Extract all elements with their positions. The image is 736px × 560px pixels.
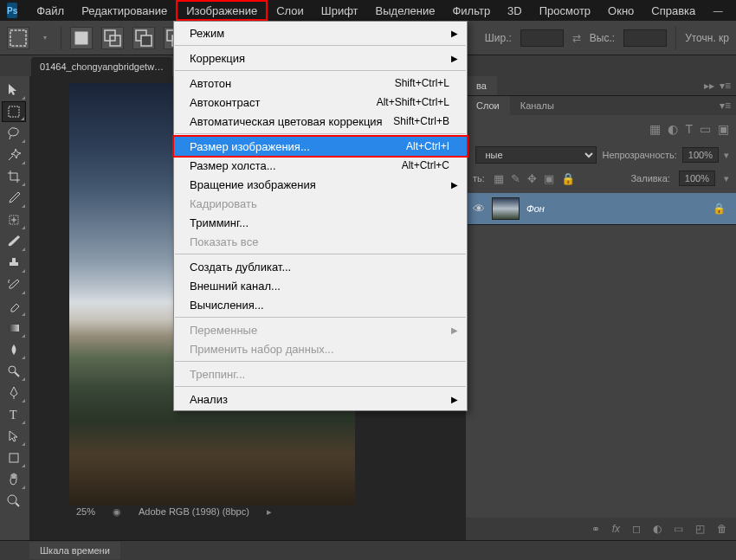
chevron-right-icon[interactable]: ▸ (267, 506, 272, 518)
globe-icon[interactable]: ◉ (113, 506, 121, 518)
menu-separator (175, 133, 466, 134)
minimize-button[interactable]: — (704, 1, 732, 20)
preset-dropdown-icon[interactable]: ▾ (38, 27, 52, 49)
gradient-tool-icon[interactable] (2, 318, 26, 338)
hand-tool-icon[interactable] (2, 469, 26, 490)
collapse-icon[interactable]: ▸▸ (704, 80, 714, 92)
menu-item[interactable]: Коррекция▶ (174, 48, 467, 68)
path-selection-tool-icon[interactable] (2, 426, 26, 447)
menu-separator (175, 361, 466, 362)
chevron-down-icon[interactable]: ▾ (724, 150, 729, 161)
lasso-tool-icon[interactable] (2, 123, 26, 144)
menu-item[interactable]: АвтотонShift+Ctrl+L (174, 74, 467, 93)
marquee-preset-icon[interactable] (7, 27, 29, 49)
tab-channels[interactable]: Каналы (510, 96, 565, 115)
menu-изображение[interactable]: Изображение (176, 0, 268, 21)
menu-item[interactable]: Размер холста...Alt+Ctrl+C (174, 156, 467, 175)
layer-name[interactable]: Фон (526, 203, 706, 214)
height-input[interactable] (623, 29, 667, 47)
filter-type-icon[interactable]: T (685, 122, 693, 136)
history-brush-tool-icon[interactable] (2, 274, 26, 295)
menu-шрифт[interactable]: Шрифт (313, 0, 367, 21)
stamp-tool-icon[interactable] (2, 253, 26, 274)
opacity-value[interactable]: 100% (682, 147, 719, 163)
dodge-tool-icon[interactable] (2, 361, 26, 382)
lock-pixels-icon[interactable]: ▦ (494, 172, 504, 185)
filter-adjust-icon[interactable]: ◐ (668, 122, 678, 136)
lock-icon[interactable]: 🔒 (713, 203, 726, 215)
menu-item[interactable]: АвтоконтрастAlt+Shift+Ctrl+L (174, 93, 467, 112)
refine-edge-label[interactable]: Уточн. кр (685, 32, 729, 44)
menu-3d[interactable]: 3D (499, 0, 531, 21)
panel-menu-icon[interactable]: ▾≡ (720, 100, 731, 112)
crop-tool-icon[interactable] (2, 166, 26, 187)
color-profile[interactable]: Adobe RGB (1998) (8bpc) (139, 506, 249, 517)
menu-item[interactable]: Тримминг... (174, 213, 467, 232)
height-label: Выс.: (590, 32, 615, 44)
document-tab[interactable]: 01464_chongyangbridgetw… (31, 57, 172, 76)
swap-icon[interactable]: ⇄ (572, 32, 581, 44)
healing-tool-icon[interactable] (2, 209, 26, 230)
layer-thumbnail[interactable] (492, 197, 520, 220)
trash-icon[interactable]: 🗑 (717, 523, 727, 535)
menu-редактирование[interactable]: Редактирование (73, 0, 176, 21)
magic-wand-tool-icon[interactable] (2, 145, 26, 165)
move-tool-icon[interactable] (2, 80, 26, 100)
menu-item[interactable]: Внешний канал... (174, 276, 467, 295)
filter-shape-icon[interactable]: ▭ (700, 122, 711, 136)
chevron-down-icon[interactable]: ▾ (724, 173, 729, 184)
lock-artboard-icon[interactable]: ▣ (544, 172, 554, 185)
layer-item-background[interactable]: 👁 Фон 🔒 (466, 193, 736, 224)
menu-справка[interactable]: Справка (642, 0, 704, 21)
fx-icon[interactable]: fx (612, 523, 620, 535)
menu-item[interactable]: Автоматическая цветовая коррекцияShift+C… (174, 112, 467, 131)
type-tool-icon[interactable]: T (2, 404, 26, 425)
lock-brush-icon[interactable]: ✎ (511, 172, 520, 185)
adjustment-icon[interactable]: ◐ (653, 523, 662, 535)
panel-tab[interactable]: ва (466, 76, 497, 95)
layer-filter-icons[interactable]: ▦ ◐ T ▭ ▣ (649, 122, 729, 136)
width-input[interactable] (520, 29, 564, 47)
pen-tool-icon[interactable] (2, 383, 26, 403)
brush-tool-icon[interactable] (2, 231, 26, 252)
menu-item[interactable]: Создать дубликат... (174, 257, 467, 276)
panel-menu-icon[interactable]: ▾≡ (720, 80, 731, 92)
menu-item[interactable]: Режим▶ (174, 23, 467, 42)
fill-value[interactable]: 100% (679, 171, 715, 186)
group-icon[interactable]: ▭ (674, 523, 683, 535)
lock-position-icon[interactable]: ✥ (527, 172, 537, 185)
menu-item[interactable]: Вычисления... (174, 295, 467, 314)
selection-subtract-icon[interactable] (132, 27, 155, 49)
menu-фильтр[interactable]: Фильтр (443, 0, 499, 21)
zoom-level[interactable]: 25% (76, 506, 95, 517)
menu-item: Треппинг... (174, 364, 467, 383)
maximize-button[interactable]: ▭ (732, 1, 736, 20)
menu-item[interactable]: Вращение изображения▶ (174, 175, 467, 194)
filter-image-icon[interactable]: ▦ (649, 122, 661, 136)
menu-item[interactable]: Анализ▶ (174, 389, 467, 409)
tab-layers[interactable]: Слои (466, 96, 510, 115)
menu-separator (175, 45, 466, 46)
menu-просмотр[interactable]: Просмотр (531, 0, 599, 21)
zoom-tool-icon[interactable] (2, 491, 26, 512)
blur-tool-icon[interactable] (2, 339, 26, 360)
menu-выделение[interactable]: Выделение (367, 0, 444, 21)
menu-слои[interactable]: Слои (268, 0, 313, 21)
mask-icon[interactable]: ◻ (632, 523, 641, 535)
timeline-tab[interactable]: Шкала времени (29, 542, 120, 559)
shape-tool-icon[interactable] (2, 447, 26, 468)
blend-mode-select[interactable]: ные (475, 146, 597, 164)
selection-add-icon[interactable] (101, 27, 124, 49)
filter-smart-icon[interactable]: ▣ (718, 122, 729, 136)
menu-окно[interactable]: Окно (599, 0, 642, 21)
marquee-tool-icon[interactable] (2, 101, 26, 122)
link-icon[interactable]: ⚭ (591, 523, 600, 535)
menu-файл[interactable]: Файл (28, 0, 73, 21)
visibility-icon[interactable]: 👁 (473, 202, 485, 216)
new-layer-icon[interactable]: ◰ (695, 523, 705, 535)
menu-item[interactable]: Размер изображения...Alt+Ctrl+I (174, 137, 467, 156)
eraser-tool-icon[interactable] (2, 296, 26, 317)
selection-new-icon[interactable] (70, 27, 93, 49)
lock-all-icon[interactable]: 🔒 (561, 172, 575, 185)
eyedropper-tool-icon[interactable] (2, 188, 26, 209)
